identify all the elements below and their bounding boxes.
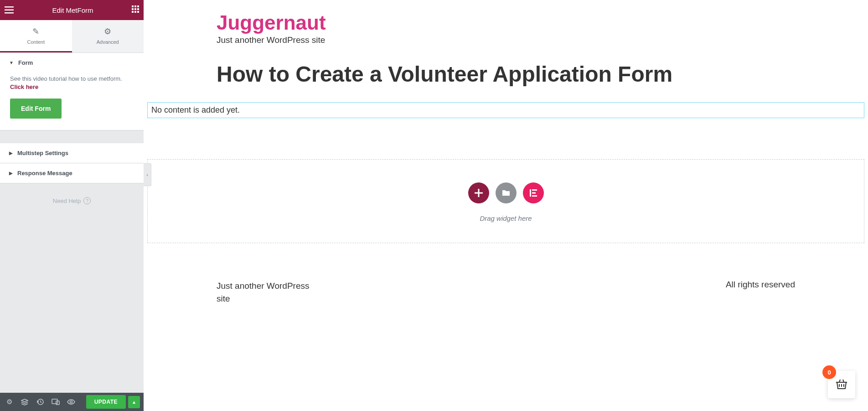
editor-sidebar: Edit MetForm ✎ Content ⚙ Advanced ▼ Form… <box>0 0 144 411</box>
svg-rect-8 <box>137 8 139 10</box>
svg-rect-4 <box>134 5 136 7</box>
svg-rect-3 <box>132 5 134 7</box>
elementskit-button[interactable] <box>523 182 544 203</box>
tab-label: Content <box>27 39 45 45</box>
help-section[interactable]: Need Help ? <box>0 183 144 218</box>
svg-rect-17 <box>475 192 483 193</box>
widgets-icon[interactable] <box>132 5 139 15</box>
tab-label: Advanced <box>97 39 119 45</box>
section-response-header[interactable]: ▶ Response Message <box>0 163 144 183</box>
drop-buttons <box>157 182 855 203</box>
site-tagline: Just another WordPress site <box>217 35 795 45</box>
preview-area: Juggernaut Just another WordPress site H… <box>144 0 868 411</box>
svg-rect-18 <box>530 189 531 197</box>
svg-rect-1 <box>5 10 14 11</box>
svg-rect-6 <box>132 8 134 10</box>
section-title: Form <box>18 59 33 66</box>
settings-icon[interactable]: ⚙ <box>2 395 16 409</box>
update-button[interactable]: UPDATE <box>86 395 126 409</box>
edit-form-button[interactable]: Edit Form <box>10 99 62 119</box>
bottom-toolbar: ⚙ UPDATE ▲ <box>0 393 144 411</box>
chevron-right-icon: ▶ <box>9 151 13 156</box>
drop-text: Drag widget here <box>157 214 855 222</box>
svg-rect-7 <box>134 8 136 10</box>
svg-rect-19 <box>532 189 537 191</box>
chevron-right-icon: ▶ <box>9 171 13 176</box>
pencil-icon: ✎ <box>0 26 72 36</box>
sidebar-title: Edit MetForm <box>52 6 93 14</box>
svg-rect-21 <box>532 195 537 197</box>
preview-content: Juggernaut Just another WordPress site H… <box>144 0 868 315</box>
svg-rect-11 <box>137 11 139 13</box>
update-dropdown-button[interactable]: ▲ <box>128 396 140 408</box>
svg-rect-0 <box>5 6 14 8</box>
svg-rect-9 <box>132 11 134 13</box>
chevron-down-icon: ▼ <box>9 60 14 65</box>
floating-cart[interactable]: 0 <box>828 371 855 398</box>
tutorial-text: See this video tutorial how to use metfo… <box>10 75 134 91</box>
site-title[interactable]: Juggernaut <box>217 11 795 34</box>
section-response: ▶ Response Message <box>0 163 144 183</box>
section-form-header[interactable]: ▼ Form <box>0 53 144 73</box>
sidebar-header: Edit MetForm <box>0 0 144 20</box>
help-icon: ? <box>83 197 91 204</box>
drop-area[interactable]: Drag widget here <box>147 159 864 243</box>
gear-icon: ⚙ <box>72 26 144 36</box>
help-label: Need Help <box>53 198 81 204</box>
panel-tabs: ✎ Content ⚙ Advanced <box>0 20 144 53</box>
basket-icon <box>835 378 848 391</box>
svg-rect-5 <box>137 5 139 7</box>
section-title: Multistep Settings <box>17 150 68 156</box>
preview-icon[interactable] <box>64 395 78 409</box>
add-section-button[interactable] <box>468 182 489 203</box>
page-title: How to Create a Volunteer Application Fo… <box>217 61 795 88</box>
footer-tagline: Just another WordPress site <box>217 280 317 306</box>
section-multistep-header[interactable]: ▶ Multistep Settings <box>0 143 144 163</box>
section-form: ▼ Form See this video tutorial how to us… <box>0 53 144 130</box>
svg-rect-13 <box>52 399 57 404</box>
section-form-body: See this video tutorial how to use metfo… <box>0 73 144 130</box>
footer-rights: All rights reserved <box>726 280 795 290</box>
content-placeholder[interactable]: No content is added yet. <box>147 102 864 118</box>
section-multistep: ▶ Multistep Settings <box>0 143 144 163</box>
spacer <box>0 130 144 143</box>
history-icon[interactable] <box>33 395 47 409</box>
menu-icon[interactable] <box>5 6 14 14</box>
cart-count-badge: 0 <box>822 365 836 379</box>
svg-rect-20 <box>532 192 536 193</box>
svg-point-15 <box>70 401 72 403</box>
tab-content[interactable]: ✎ Content <box>0 20 72 52</box>
preview-footer: Just another WordPress site All rights r… <box>217 280 795 315</box>
responsive-icon[interactable] <box>48 395 63 409</box>
tutorial-link[interactable]: Click here <box>10 83 38 90</box>
template-library-button[interactable] <box>496 182 517 203</box>
section-title: Response Message <box>17 170 72 177</box>
tab-advanced[interactable]: ⚙ Advanced <box>72 20 144 52</box>
svg-rect-10 <box>134 11 136 13</box>
navigator-icon[interactable] <box>17 395 32 409</box>
svg-rect-2 <box>5 12 14 14</box>
collapse-handle[interactable]: ‹ <box>144 163 151 186</box>
